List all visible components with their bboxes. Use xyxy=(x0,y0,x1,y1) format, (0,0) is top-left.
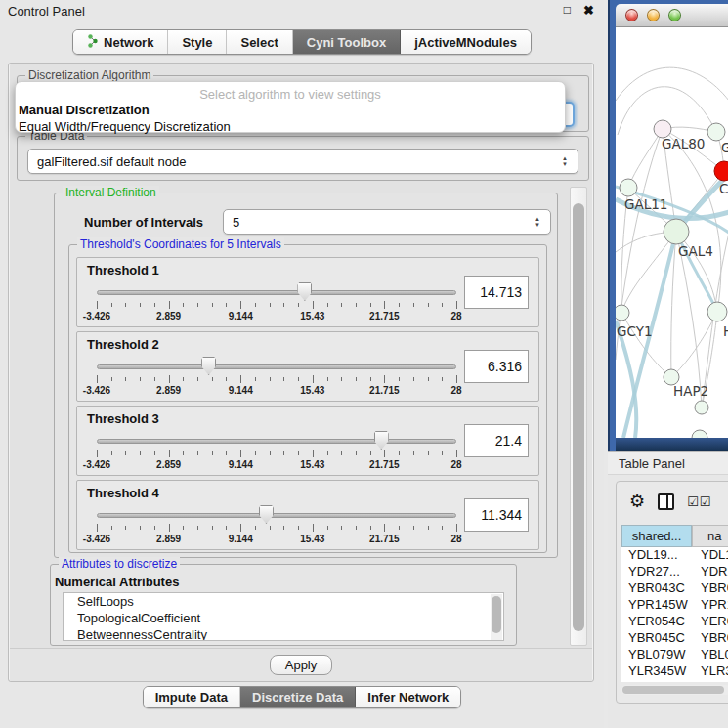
column-header-shared-name[interactable]: shared... xyxy=(621,525,692,547)
checkbox-columns-icon[interactable]: ☑☑ xyxy=(687,494,711,509)
table-hscrollbar-thumb[interactable] xyxy=(622,686,724,694)
slider-track[interactable] xyxy=(97,364,456,369)
network-node-gal4[interactable] xyxy=(664,219,689,244)
tab-cyni-toolbox[interactable]: Cyni Toolbox xyxy=(293,30,401,54)
tab-label: Select xyxy=(240,35,278,50)
tab-impute-data[interactable]: Impute Data xyxy=(144,687,240,707)
table-row[interactable]: YLR345WYLR3 xyxy=(621,664,728,680)
slider-track[interactable] xyxy=(97,290,456,295)
tick-mark xyxy=(111,451,112,455)
attribute-list-item[interactable]: BetweennessCentrality xyxy=(64,626,503,641)
network-node-c[interactable] xyxy=(714,161,728,181)
tick-mark xyxy=(356,526,357,530)
tab-select[interactable]: Select xyxy=(227,30,292,54)
tab-jactivemnodules[interactable]: jActiveMNodules xyxy=(401,30,531,54)
scale-label: -3.426 xyxy=(83,534,110,544)
tab-style[interactable]: Style xyxy=(168,30,227,54)
tick-mark xyxy=(97,524,98,532)
gear-icon[interactable]: ⚙ xyxy=(629,492,645,510)
network-edge[interactable] xyxy=(616,67,728,101)
slider-handle[interactable] xyxy=(259,505,274,524)
tick-mark xyxy=(356,377,357,381)
table-data-combobox[interactable]: galFiltered.sif default node ▲▼ xyxy=(27,149,578,174)
threshold-value-field[interactable]: 21.4 xyxy=(464,424,529,457)
network-node-h[interactable] xyxy=(707,302,727,321)
network-node-gcy1[interactable] xyxy=(616,305,629,321)
table-row[interactable]: YBL079WYBL0 xyxy=(621,647,728,664)
threshold-slider[interactable]: -3.4262.8599.14415.4321.71528 xyxy=(97,504,456,547)
threshold-label: Threshold 2 xyxy=(87,337,159,352)
traffic-light-green-icon[interactable] xyxy=(668,9,681,21)
tick-mark xyxy=(413,303,414,307)
table-row[interactable]: YIL052CYIL0 xyxy=(621,680,728,682)
tick-mark xyxy=(111,303,112,307)
traffic-light-red-icon[interactable] xyxy=(625,9,638,21)
table-row[interactable]: YER054CYER0 xyxy=(621,614,728,630)
number-of-intervals-combobox[interactable]: 5 ▲▼ xyxy=(223,209,551,235)
network-node[interactable] xyxy=(692,430,707,438)
algorithm-option-equal-width[interactable]: Equal Width/Frequency Discretization xyxy=(16,118,565,135)
scale-label: 2.859 xyxy=(156,459,181,470)
threshold-slider[interactable]: -3.4262.8599.14415.4321.71528 xyxy=(97,281,456,324)
tick-mark xyxy=(183,303,184,307)
tick-mark xyxy=(413,451,414,455)
threshold-value-field[interactable]: 11.344 xyxy=(464,498,529,532)
tab-discretize-data[interactable]: Discretize Data xyxy=(240,687,356,707)
table-horizontal-scrollbar[interactable] xyxy=(621,685,728,695)
numerical-attributes-list[interactable]: SelfLoopsTopologicalCoefficientBetweenne… xyxy=(63,592,504,641)
list-scrollbar-thumb[interactable] xyxy=(492,596,501,633)
column-header-name[interactable]: na xyxy=(692,525,728,547)
algorithm-option-manual[interactable]: Manual Discretization xyxy=(16,102,565,118)
network-window-titlebar[interactable] xyxy=(616,4,728,27)
tick-mark xyxy=(356,451,357,455)
float-icon[interactable]: □ xyxy=(564,3,571,17)
slider-handle[interactable] xyxy=(374,431,389,450)
close-icon[interactable]: ✖ xyxy=(583,3,594,18)
table-row[interactable]: YBR045CYBR0 xyxy=(621,630,728,647)
tick-mark xyxy=(270,303,271,307)
table-cell-shared-name: YIL052C xyxy=(621,680,692,682)
scale-label: 15.43 xyxy=(300,534,324,544)
tab-infer-network[interactable]: Infer Network xyxy=(356,687,460,707)
tick-mark xyxy=(169,450,170,457)
settings-scrollbar-thumb[interactable] xyxy=(573,203,584,631)
stepper-icon[interactable]: ▲▼ xyxy=(532,210,543,234)
attribute-list-item[interactable]: TopologicalCoefficient xyxy=(64,610,503,626)
tick-mark xyxy=(240,301,241,309)
list-scrollbar[interactable] xyxy=(491,594,502,641)
network-node-gal11[interactable] xyxy=(620,179,637,196)
slider-track[interactable] xyxy=(97,513,456,518)
network-canvas[interactable]: GAL80GACGAL11GAL4GCY1HHAP2 xyxy=(616,27,728,438)
stepper-icon[interactable]: ▲▼ xyxy=(559,150,571,173)
tick-mark xyxy=(370,303,371,307)
slider-handle[interactable] xyxy=(201,357,216,375)
table-cell-name: YDL1 xyxy=(692,547,728,564)
threshold-value-field[interactable]: 14.713 xyxy=(464,276,529,309)
apply-button[interactable]: Apply xyxy=(270,655,332,675)
tab-network[interactable]: Network xyxy=(73,30,168,54)
slider-track[interactable] xyxy=(97,439,456,444)
traffic-light-yellow-icon[interactable] xyxy=(647,9,660,21)
table-cell-name: YIL0 xyxy=(692,680,728,682)
table-row[interactable]: YDR27...YDR2 xyxy=(621,564,728,580)
tick-mark xyxy=(399,303,400,307)
scale-label: 28 xyxy=(450,459,461,470)
split-view-icon[interactable] xyxy=(658,493,674,510)
network-edge[interactable] xyxy=(671,312,717,377)
network-graph[interactable]: GAL80GACGAL11GAL4GCY1HHAP2 xyxy=(616,27,728,438)
table-row[interactable]: YDL19...YDL1 xyxy=(621,547,728,564)
threshold-slider[interactable]: -3.4262.8599.14415.4321.71528 xyxy=(97,356,456,399)
attribute-list-item[interactable]: SelfLoops xyxy=(64,593,503,610)
network-node[interactable] xyxy=(695,401,708,414)
table-row[interactable]: YPR145WYPR1 xyxy=(621,597,728,614)
network-edge[interactable] xyxy=(628,129,663,188)
settings-vertical-scrollbar[interactable] xyxy=(570,187,587,646)
threshold-value-field[interactable]: 6.316 xyxy=(464,350,529,383)
network-node-ga[interactable] xyxy=(707,123,725,141)
slider-handle[interactable] xyxy=(297,282,312,301)
bottom-tabbar: Impute DataDiscretize DataInfer Network xyxy=(0,686,604,708)
table-row[interactable]: YBR043CYBR0 xyxy=(621,580,728,597)
tick-mark xyxy=(197,526,198,530)
threshold-slider[interactable]: -3.4262.8599.14415.4321.71528 xyxy=(97,430,456,473)
network-node-label: GAL11 xyxy=(624,196,667,212)
